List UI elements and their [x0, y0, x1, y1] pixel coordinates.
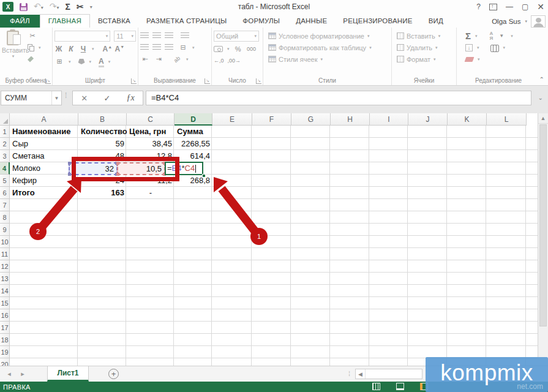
align-center-icon[interactable] [152, 44, 161, 51]
column-header-H[interactable]: H [331, 113, 370, 126]
format-painter-icon[interactable] [28, 56, 34, 62]
cell-A2[interactable]: Сыр [10, 138, 78, 150]
copy-icon[interactable] [28, 44, 34, 51]
delete-cells-button[interactable]: Удалить▾ [397, 42, 454, 53]
fill-color-icon[interactable] [78, 59, 85, 64]
sheet-tab-list1[interactable]: Лист1 [47, 366, 89, 382]
cell-D2[interactable]: 2268,55 [175, 138, 212, 150]
ribbon-display-options-icon[interactable] [489, 4, 497, 10]
number-dialog-launcher-icon[interactable]: ↘ [256, 78, 261, 84]
tab-view[interactable]: ВИД [421, 15, 451, 28]
tab-file[interactable]: ФАЙЛ [0, 15, 40, 28]
paste-button[interactable]: Вставить ▾ [2, 30, 24, 59]
column-header-G[interactable]: G [291, 113, 331, 126]
conditional-formatting-button[interactable]: Условное форматирование▾ [268, 30, 389, 42]
tab-data[interactable]: ДАННЫЕ [288, 15, 335, 28]
row-header-20[interactable]: 20 [0, 358, 10, 366]
cell-A1[interactable]: Наименование [10, 126, 78, 138]
confirm-entry-icon[interactable]: ✓ [103, 94, 110, 103]
avatar[interactable] [531, 15, 546, 28]
row-header-19[interactable]: 19 [0, 346, 10, 358]
format-as-table-button[interactable]: Форматировать как таблицу▾ [268, 42, 389, 53]
cell-D3[interactable]: 614,4 [175, 150, 212, 162]
insert-function-icon[interactable]: ƒx [127, 93, 135, 103]
align-bottom-icon[interactable] [165, 32, 173, 39]
tab-review[interactable]: РЕЦЕНЗИРОВАНИЕ [335, 15, 420, 28]
close-icon[interactable]: ✕ [537, 2, 544, 12]
scroll-up-icon[interactable]: ▲ [538, 113, 548, 124]
cut-button[interactable]: ✂ [28, 31, 37, 41]
name-box[interactable]: СУММ ▼ [1, 91, 62, 105]
cell-D5[interactable]: 268,8 [175, 175, 212, 187]
user-account[interactable]: Olga Sus ▾ [492, 15, 548, 28]
row-header-3[interactable]: 3 [0, 150, 10, 162]
underline-button[interactable]: Ч [79, 45, 88, 53]
shrink-font-button[interactable]: А▼ [115, 45, 124, 53]
cell-B1[interactable]: Количество [78, 126, 127, 138]
italic-button[interactable]: К [67, 45, 75, 53]
formula-input[interactable]: =B4*C4 [146, 91, 531, 105]
row-header-8[interactable]: 8 [0, 211, 10, 224]
tab-page-layout[interactable]: РАЗМЕТКА СТРАНИЦЫ [138, 15, 235, 28]
column-header-L[interactable]: L [487, 113, 527, 126]
row-header-2[interactable]: 2 [0, 138, 10, 150]
merge-center-icon[interactable]: ⊟ [178, 43, 188, 53]
cell-C6[interactable]: - [127, 187, 175, 199]
insert-cells-button[interactable]: Вставить▾ [397, 30, 454, 42]
increase-decimal-icon[interactable]: ←,0 [214, 56, 224, 66]
align-right-icon[interactable] [165, 44, 173, 51]
row-header-1[interactable]: 1 [0, 126, 10, 138]
orientation-icon[interactable]: ab [170, 52, 184, 66]
autosum-button[interactable]: Σ [465, 31, 471, 41]
scroll-left-icon[interactable]: ◀ [356, 369, 366, 379]
format-cells-button[interactable]: Формат▾ [397, 53, 454, 65]
align-middle-icon[interactable] [152, 32, 161, 39]
column-header-F[interactable]: F [252, 113, 291, 126]
font-dialog-launcher-icon[interactable]: ↘ [131, 78, 137, 84]
font-size-combo[interactable]: 11▾ [114, 31, 136, 42]
row-header-6[interactable]: 6 [0, 187, 10, 199]
column-header-J[interactable]: J [408, 113, 448, 126]
clear-icon[interactable] [465, 57, 475, 62]
row-header-16[interactable]: 16 [0, 309, 10, 322]
row-header-9[interactable]: 9 [0, 224, 10, 236]
comma-style-icon[interactable]: 000 [247, 44, 257, 54]
cell-B6[interactable]: 163 [78, 187, 127, 199]
column-header-D[interactable]: D [175, 113, 212, 126]
decrease-decimal-icon[interactable]: ,00→ [228, 56, 241, 66]
font-color-icon[interactable]: А [99, 57, 104, 67]
sort-filter-icon[interactable]: АЯ [490, 31, 494, 41]
alignment-dialog-launcher-icon[interactable]: ↘ [205, 78, 210, 84]
tab-formulas[interactable]: ФОРМУЛЫ [235, 15, 288, 28]
row-header-7[interactable]: 7 [0, 199, 10, 211]
column-header-C[interactable]: C [127, 113, 175, 126]
row-header-5[interactable]: 5 [0, 175, 10, 187]
row-header-11[interactable]: 11 [0, 248, 10, 260]
vertical-scrollbar[interactable]: ▲ [538, 113, 548, 357]
grow-font-button[interactable]: А▲ [103, 45, 111, 53]
cell-C2[interactable]: 38,45 [127, 138, 175, 150]
row-header-14[interactable]: 14 [0, 285, 10, 297]
align-left-icon[interactable] [140, 44, 149, 51]
column-header-A[interactable]: A [10, 113, 78, 126]
cell-A6[interactable]: Итого [10, 187, 78, 199]
vertical-scroll-thumb[interactable] [539, 124, 547, 326]
font-name-combo[interactable]: ▾ [54, 31, 110, 42]
column-header-I[interactable]: I [370, 113, 408, 126]
minimize-icon[interactable]: — [506, 2, 513, 11]
wrap-text-icon[interactable] [181, 32, 189, 39]
row-header-18[interactable]: 18 [0, 334, 10, 346]
new-sheet-icon[interactable]: + [108, 369, 119, 379]
percent-icon[interactable]: % [233, 44, 243, 54]
spreadsheet-grid[interactable]: ABCDEFGHIJKL 123456789101112131415161718… [0, 113, 538, 366]
column-header-K[interactable]: K [448, 113, 487, 126]
row-header-13[interactable]: 13 [0, 273, 10, 285]
cancel-entry-icon[interactable]: ✕ [81, 94, 88, 103]
cell-B2[interactable]: 59 [78, 138, 127, 150]
bold-button[interactable]: Ж [54, 45, 63, 53]
sheet-next-icon[interactable]: ▸ [13, 366, 32, 382]
cell-A3[interactable]: Сметана [10, 150, 78, 162]
cell-A5[interactable]: Кефир [10, 175, 78, 187]
select-all-corner[interactable] [0, 113, 10, 126]
clipboard-dialog-launcher-icon[interactable]: ↘ [45, 78, 51, 84]
